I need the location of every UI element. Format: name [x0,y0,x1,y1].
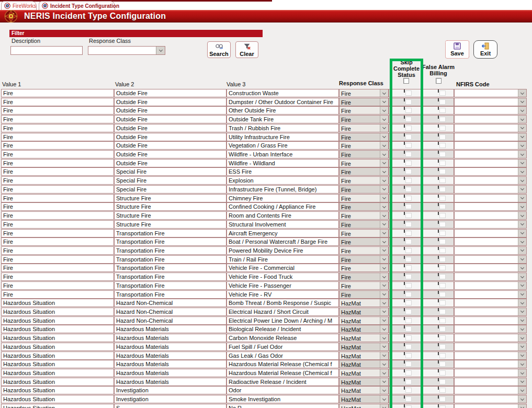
chevron-down-icon[interactable] [380,124,388,132]
false-alarm-checkbox[interactable] [423,194,454,202]
chevron-down-icon[interactable] [518,343,526,350]
chevron-down-icon[interactable] [380,195,388,202]
skip-complete-checkbox[interactable] [389,290,423,299]
chevron-down-icon[interactable] [380,247,388,254]
chevron-down-icon[interactable] [380,89,388,97]
response-class-select[interactable]: HazMat [339,308,389,316]
nfirs-code-select[interactable] [454,229,527,237]
skip-complete-checkbox[interactable] [389,246,423,255]
nfirs-code-select[interactable] [454,281,527,290]
skip-complete-checkbox[interactable] [389,176,423,185]
false-alarm-checkbox[interactable] [423,334,454,342]
chevron-down-icon[interactable] [518,142,526,149]
tab-fireworks[interactable]: FireWorks [1,1,37,10]
response-class-select[interactable]: HazMat [339,343,389,351]
nfirs-code-select[interactable] [454,378,527,386]
skip-complete-checkbox[interactable] [389,106,423,115]
response-class-select[interactable]: Fire [339,167,389,176]
skip-complete-checkbox[interactable] [389,299,423,307]
skip-complete-checkbox[interactable] [389,325,423,333]
skip-complete-checkbox[interactable] [389,404,423,408]
skip-complete-checkbox[interactable] [389,150,423,158]
false-alarm-checkbox[interactable] [423,237,454,246]
false-alarm-checkbox[interactable] [423,386,454,394]
chevron-down-icon[interactable] [518,325,526,333]
chevron-down-icon[interactable] [380,343,388,350]
chevron-down-icon[interactable] [518,89,526,97]
nfirs-code-select[interactable] [454,404,527,408]
false-alarm-checkbox[interactable] [423,378,454,386]
false-alarm-checkbox[interactable] [423,316,454,325]
chevron-down-icon[interactable] [380,378,388,386]
skip-complete-checkbox[interactable] [389,369,423,377]
false-alarm-checkbox[interactable] [423,185,454,194]
chevron-down-icon[interactable] [380,186,388,193]
chevron-down-icon[interactable] [380,334,388,342]
chevron-down-icon[interactable] [518,203,526,210]
skip-complete-checkbox[interactable] [389,378,423,386]
skip-complete-checkbox[interactable] [389,395,423,403]
nfirs-code-select[interactable] [454,220,527,229]
chevron-down-icon[interactable] [380,264,388,271]
response-class-select[interactable]: Fire [339,255,389,264]
nfirs-code-select[interactable] [454,124,527,132]
skip-complete-checkbox[interactable] [389,194,423,202]
response-class-select[interactable]: HazMat [339,369,389,377]
nfirs-code-select[interactable] [454,369,527,377]
false-alarm-checkbox[interactable] [423,229,454,237]
chevron-down-icon[interactable] [518,369,526,377]
response-class-select[interactable]: HazMat [339,334,389,342]
nfirs-code-select[interactable] [454,290,527,299]
save-button[interactable]: Save [445,40,469,59]
nfirs-code-select[interactable] [454,343,527,351]
false-alarm-checkbox[interactable] [423,159,454,167]
response-class-select[interactable]: HazMat [339,325,389,333]
response-class-select[interactable]: Fire [339,141,389,150]
chevron-down-icon[interactable] [518,186,526,193]
nfirs-code-select[interactable] [454,133,527,141]
false-alarm-checkbox[interactable] [423,202,454,211]
skip-complete-header-checkbox[interactable] [403,78,409,84]
nfirs-code-select[interactable] [454,185,527,194]
nfirs-code-select[interactable] [454,360,527,368]
false-alarm-checkbox[interactable] [423,281,454,290]
chevron-down-icon[interactable] [518,221,526,228]
false-alarm-checkbox[interactable] [423,299,454,307]
nfirs-code-select[interactable] [454,237,527,246]
chevron-down-icon[interactable] [380,151,388,158]
skip-complete-checkbox[interactable] [389,133,423,141]
chevron-down-icon[interactable] [380,230,388,237]
nfirs-code-select[interactable] [454,325,527,333]
false-alarm-checkbox[interactable] [423,325,454,333]
response-class-select[interactable]: Fire [339,106,389,115]
chevron-down-icon[interactable] [518,378,526,386]
chevron-down-icon[interactable] [380,203,388,210]
false-alarm-checkbox[interactable] [423,167,454,176]
false-alarm-checkbox[interactable] [423,211,454,220]
response-class-select[interactable]: HazMat [339,316,389,325]
chevron-down-icon[interactable] [518,168,526,175]
nfirs-code-select[interactable] [454,150,527,158]
false-alarm-checkbox[interactable] [423,246,454,255]
false-alarm-checkbox[interactable] [423,404,454,408]
nfirs-code-select[interactable] [454,194,527,202]
false-alarm-checkbox[interactable] [423,98,454,106]
nfirs-code-select[interactable] [454,176,527,185]
chevron-down-icon[interactable] [518,124,526,132]
chevron-down-icon[interactable] [518,195,526,202]
chevron-down-icon[interactable] [380,177,388,184]
chevron-down-icon[interactable] [518,360,526,368]
chevron-down-icon[interactable] [380,142,388,149]
skip-complete-checkbox[interactable] [389,237,423,246]
nfirs-code-select[interactable] [454,386,527,394]
response-class-select[interactable]: Fire [339,264,389,272]
response-class-select[interactable]: HazMat [339,299,389,307]
response-class-select[interactable]: Fire [339,115,389,123]
chevron-down-icon[interactable] [518,98,526,106]
chevron-down-icon[interactable] [380,291,388,298]
skip-complete-checkbox[interactable] [389,343,423,351]
false-alarm-checkbox[interactable] [423,352,454,360]
skip-complete-checkbox[interactable] [389,360,423,368]
chevron-down-icon[interactable] [518,291,526,298]
chevron-down-icon[interactable] [518,395,526,403]
